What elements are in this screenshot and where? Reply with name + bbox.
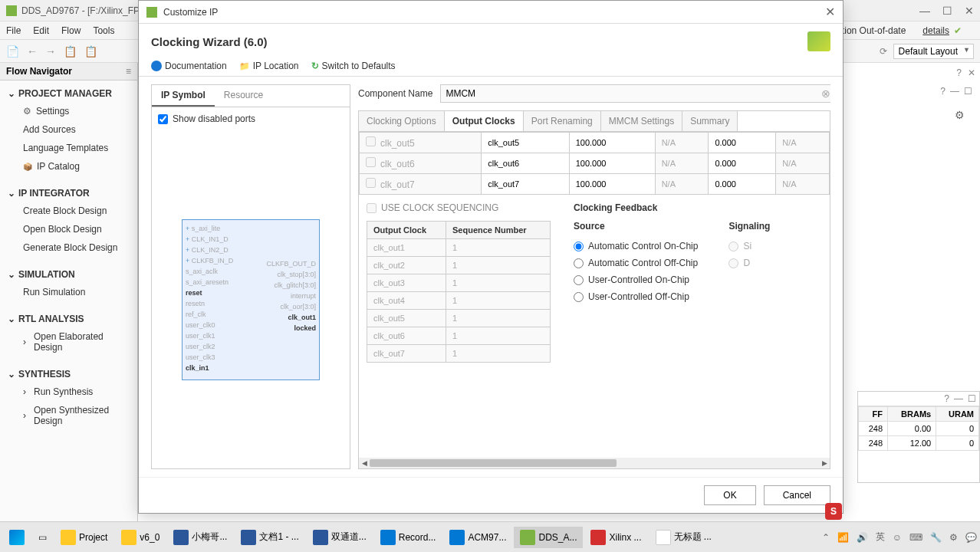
- radio-auto-off-chip[interactable]: Automatic Control Off-Chip: [574, 255, 698, 271]
- copy-icon[interactable]: 📋: [64, 45, 77, 58]
- nav-open-elaborated[interactable]: Open Elaborated Design: [0, 327, 137, 356]
- help-icon[interactable]: ?: [940, 86, 945, 97]
- sync-icon[interactable]: ⟳: [880, 46, 887, 57]
- ok-button[interactable]: OK: [704, 485, 755, 505]
- minimize-icon[interactable]: —: [950, 86, 959, 97]
- menu-edit[interactable]: Edit: [33, 25, 49, 36]
- ip-location-button[interactable]: IP Location: [239, 61, 299, 71]
- tab-mmcm-settings[interactable]: MMCM Settings: [601, 111, 682, 131]
- maximize-icon[interactable]: ☐: [968, 393, 976, 404]
- tray-notif-icon[interactable]: 💬: [965, 532, 977, 543]
- scroll-left-icon[interactable]: ◀: [359, 459, 370, 467]
- component-name-input[interactable]: [440, 84, 830, 103]
- paste-icon[interactable]: 📋: [84, 45, 97, 58]
- radio-user-off-chip[interactable]: User-Controlled Off-Chip: [574, 288, 698, 305]
- use-clock-sequencing-checkbox[interactable]: USE CLOCK SEQUENCING: [367, 202, 551, 213]
- col-sequence-number: Sequence Number: [446, 222, 551, 239]
- nav-settings[interactable]: Settings: [0, 102, 137, 120]
- clear-input-icon[interactable]: ⊗: [821, 87, 830, 100]
- clocking-feedback-section: Clocking Feedback Source Automatic Contr…: [574, 202, 822, 363]
- tray-keyboard-icon[interactable]: ⌨: [909, 532, 922, 543]
- minimize-icon[interactable]: —: [919, 5, 930, 17]
- maximize-icon[interactable]: ☐: [964, 86, 972, 97]
- section-ip-integrator[interactable]: IP INTEGRATOR: [0, 185, 137, 202]
- tab-port-renaming[interactable]: Port Renaming: [524, 111, 601, 131]
- nav-create-block[interactable]: Create Block Design: [0, 202, 137, 220]
- tray-up-icon[interactable]: ⌃: [822, 532, 830, 543]
- horizontal-scrollbar[interactable]: ◀ ▶: [359, 458, 830, 468]
- taskbar-dds[interactable]: DDS_A...: [514, 527, 583, 548]
- nav-language-templates[interactable]: Language Templates: [0, 139, 137, 157]
- table-row: clk_out6 clk_out6 100.000 N/A 0.000 N/A: [360, 153, 830, 174]
- tab-resource[interactable]: Resource: [215, 85, 272, 107]
- table-row: 2480.000: [859, 422, 979, 436]
- status-link[interactable]: details: [922, 25, 949, 36]
- maximize-icon[interactable]: ☐: [942, 5, 952, 17]
- xilinx-logo-icon: [807, 31, 830, 51]
- menu-flow[interactable]: Flow: [61, 25, 81, 36]
- flow-navigator-panel: Flow Navigator ≡ PROJECT MANAGER Setting…: [0, 63, 138, 521]
- section-simulation[interactable]: SIMULATION: [0, 266, 137, 283]
- taskview-button[interactable]: ▭: [32, 529, 53, 546]
- taskbar-record[interactable]: Record...: [374, 527, 442, 548]
- taskbar-v6[interactable]: v6_0: [115, 527, 166, 548]
- radio-auto-on-chip[interactable]: Automatic Control On-Chip: [574, 238, 698, 255]
- nav-open-synthesized[interactable]: Open Synthesized Design: [0, 401, 137, 430]
- show-disabled-checkbox[interactable]: Show disabled ports: [158, 113, 344, 124]
- taskbar-untitled[interactable]: 无标题 ...: [649, 527, 718, 548]
- documentation-button[interactable]: Documentation: [151, 61, 227, 71]
- nav-run-synthesis[interactable]: Run Synthesis: [0, 383, 137, 401]
- minimize-icon[interactable]: —: [954, 393, 963, 404]
- pdf-icon: [590, 530, 606, 545]
- taskbar-acm[interactable]: ACM97...: [443, 527, 512, 548]
- info-icon: [151, 61, 162, 71]
- menu-file[interactable]: File: [6, 25, 21, 36]
- nav-add-sources[interactable]: Add Sources: [0, 120, 137, 139]
- radio-signaling-single: Si: [728, 238, 770, 255]
- section-synthesis[interactable]: SYNTHESIS: [0, 366, 137, 383]
- tray-settings-icon[interactable]: ⚙: [949, 532, 958, 543]
- tab-clocking-options[interactable]: Clocking Options: [359, 111, 445, 131]
- folder-icon: [239, 61, 250, 71]
- scroll-right-icon[interactable]: ▶: [819, 459, 830, 467]
- tab-output-clocks[interactable]: Output Clocks: [445, 111, 524, 131]
- close-panel-icon[interactable]: ✕: [968, 67, 975, 78]
- table-row: clk_out11: [367, 239, 551, 257]
- tab-ip-symbol[interactable]: IP Symbol: [152, 85, 215, 107]
- taskbar-xilinx[interactable]: Xilinx ...: [584, 527, 647, 548]
- nav-ip-catalog[interactable]: IP Catalog: [0, 157, 137, 176]
- layout-select[interactable]: Default Layout: [893, 44, 974, 59]
- menu-tools[interactable]: Tools: [93, 25, 114, 36]
- cancel-button[interactable]: Cancel: [764, 485, 830, 505]
- taskbar-word2[interactable]: 文档1 - ...: [235, 527, 304, 548]
- close-icon[interactable]: ✕: [825, 5, 835, 19]
- back-icon[interactable]: ←: [27, 45, 38, 58]
- help-icon[interactable]: ?: [944, 393, 949, 404]
- gear-icon[interactable]: ⚙: [955, 109, 965, 121]
- switch-defaults-button[interactable]: Switch to Defaults: [311, 61, 396, 71]
- vivado-icon: [520, 530, 535, 545]
- taskbar-word3[interactable]: 双通道...: [307, 527, 373, 548]
- taskbar-project[interactable]: Project: [54, 527, 113, 548]
- nav-generate-block[interactable]: Generate Block Design: [0, 238, 137, 257]
- tray-network-icon[interactable]: 📶: [837, 532, 849, 543]
- nav-run-simulation[interactable]: Run Simulation: [0, 283, 137, 301]
- close-icon[interactable]: ✕: [965, 5, 974, 17]
- taskbar-word1[interactable]: 小梅哥...: [167, 527, 233, 548]
- ime-badge[interactable]: S: [825, 503, 842, 520]
- nav-open-block[interactable]: Open Block Design: [0, 220, 137, 238]
- section-rtl-analysis[interactable]: RTL ANALYSIS: [0, 310, 137, 327]
- new-icon[interactable]: 📄: [6, 45, 19, 58]
- panel-menu-icon[interactable]: ≡: [126, 66, 131, 77]
- scroll-thumb[interactable]: [370, 459, 617, 467]
- tray-lang[interactable]: 英: [876, 531, 885, 544]
- tray-volume-icon[interactable]: 🔊: [857, 532, 868, 543]
- forward-icon[interactable]: →: [45, 45, 56, 58]
- help-icon[interactable]: ?: [956, 67, 962, 78]
- tray-smiley-icon[interactable]: ☺: [893, 532, 902, 543]
- start-button[interactable]: [3, 527, 31, 548]
- radio-user-on-chip[interactable]: User-Controlled On-Chip: [574, 271, 698, 288]
- tray-tools-icon[interactable]: 🔧: [930, 532, 942, 543]
- tab-summary[interactable]: Summary: [682, 111, 738, 131]
- section-project-manager[interactable]: PROJECT MANAGER: [0, 85, 137, 102]
